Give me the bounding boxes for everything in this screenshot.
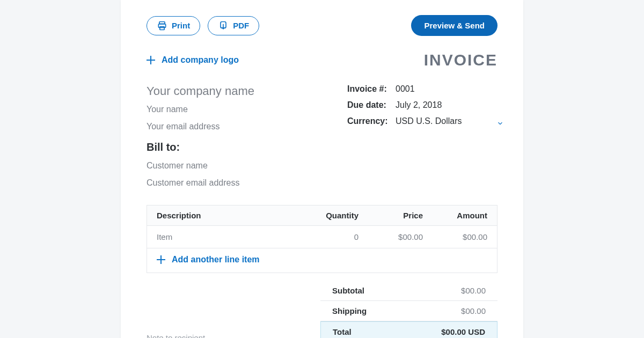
item-quantity-input[interactable]: 0 [305,232,358,241]
preview-send-button[interactable]: Preview & Send [411,15,497,36]
toolbar: Print PDF Preview & Send [147,15,497,36]
logo-row: Add company logo INVOICE [147,51,497,69]
line-items-table: Description Quantity Price Amount Item 0… [147,205,497,273]
note-to-recipient-input[interactable]: Note to recipient [147,296,299,338]
grand-total-row: Total $00.00 USD [320,321,497,338]
line-items-header: Description Quantity Price Amount [147,205,497,226]
download-icon [218,20,229,31]
plus-icon [157,255,165,264]
header-amount: Amount [423,211,487,220]
add-line-row: Add another line item [147,248,497,273]
total-value: $00.00 USD [441,327,485,336]
print-label: Print [172,21,190,30]
invoice-number-label: Invoice #: [347,84,396,94]
company-column: Your company name Your name Your email a… [147,84,315,195]
currency-label: Currency: [347,116,396,126]
subtotal-row: Subtotal $00.00 [320,281,497,301]
add-company-logo-button[interactable]: Add company logo [147,55,239,65]
print-button[interactable]: Print [147,16,200,35]
item-description-input[interactable]: Item [157,232,305,241]
customer-email-input[interactable]: Customer email address [147,178,315,188]
customer-name-input[interactable]: Customer name [147,161,315,171]
shipping-value[interactable]: $00.00 [461,306,486,315]
currency-field: Currency: USD U.S. Dollars [347,116,497,126]
header-description: Description [157,211,305,220]
printer-icon [157,20,167,31]
pdf-button[interactable]: PDF [208,16,259,35]
add-logo-label: Add company logo [162,55,239,65]
plus-icon [147,56,155,64]
invoice-number-field: Invoice #: 0001 [347,84,497,94]
due-date-field: Due date: July 2, 2018 [347,100,497,110]
company-name-input[interactable]: Your company name [147,84,315,98]
invoice-number-input[interactable]: 0001 [396,84,415,94]
header-price: Price [358,211,423,220]
toolbar-left: Print PDF [147,16,259,35]
total-label: Total [333,327,352,336]
meta-row: Your company name Your name Your email a… [147,84,497,195]
subtotal-label: Subtotal [332,286,364,295]
document-title: INVOICE [424,51,497,69]
item-price-input[interactable]: $00.00 [358,232,423,241]
currency-select[interactable]: USD U.S. Dollars [396,116,462,126]
totals-table: Subtotal $00.00 Shipping $00.00 Total $0… [320,281,497,338]
shipping-label: Shipping [332,306,367,315]
due-date-label: Due date: [347,100,396,110]
add-line-item-label: Add another line item [172,255,260,264]
your-name-input[interactable]: Your name [147,105,315,114]
your-email-input[interactable]: Your email address [147,122,315,131]
table-row: Item 0 $00.00 $00.00 [147,226,497,248]
invoice-meta-column: Invoice #: 0001 Due date: July 2, 2018 C… [347,84,497,195]
pdf-label: PDF [233,21,249,30]
chevron-down-icon[interactable] [496,120,504,127]
item-amount-value: $00.00 [423,232,487,241]
preview-send-label: Preview & Send [424,21,485,30]
header-quantity: Quantity [305,211,358,220]
shipping-row: Shipping $00.00 [320,301,497,321]
bill-to-heading: Bill to: [147,141,315,153]
totals-section: Note to recipient Subtotal $00.00 Shippi… [147,281,497,338]
invoice-page: Print PDF Preview & Send Add company log… [121,0,523,338]
add-line-item-button[interactable]: Add another line item [157,255,260,264]
subtotal-value: $00.00 [461,286,486,295]
due-date-input[interactable]: July 2, 2018 [396,100,442,110]
